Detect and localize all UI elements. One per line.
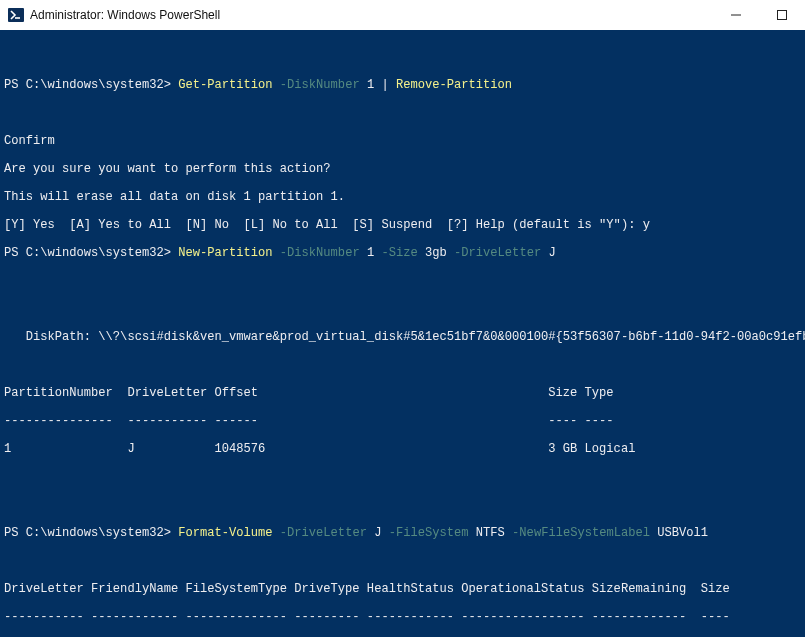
- param: -Size: [381, 246, 417, 260]
- disk-path-1: DiskPath: \\?\scsi#disk&ven_vmware&prod_…: [4, 330, 801, 344]
- prompt: PS C:\windows\system32>: [4, 246, 171, 260]
- blank-line: [4, 106, 801, 120]
- table-header: PartitionNumber DriveLetter Offset Size …: [4, 386, 801, 400]
- param: -DiskNumber: [280, 246, 360, 260]
- confirm-detail: This will erase all data on disk 1 parti…: [4, 190, 801, 204]
- confirm-title: Confirm: [4, 134, 801, 148]
- cmd-new-partition-1: PS C:\windows\system32> New-Partition -D…: [4, 246, 801, 260]
- table-sep: --------------- ----------- ------ ---- …: [4, 414, 801, 428]
- blank-line: [4, 470, 801, 484]
- powershell-icon: [8, 7, 24, 23]
- table-row: 1 J 1048576 3 GB Logical: [4, 442, 801, 456]
- blank-line: [4, 274, 801, 288]
- cmdlet: Get-Partition: [178, 78, 272, 92]
- blank-line: [4, 50, 801, 64]
- cmd-format-volume-1: PS C:\windows\system32> Format-Volume -D…: [4, 526, 801, 540]
- param: -DriveLetter: [280, 526, 367, 540]
- window-title: Administrator: Windows PowerShell: [30, 8, 220, 22]
- pipe: |: [381, 78, 388, 92]
- param: -DiskNumber: [280, 78, 360, 92]
- titlebar[interactable]: Administrator: Windows PowerShell: [0, 0, 805, 30]
- param: -NewFileSystemLabel: [512, 526, 650, 540]
- arg: NTFS: [476, 526, 505, 540]
- blank-line: [4, 302, 801, 316]
- cmdlet: New-Partition: [178, 246, 272, 260]
- confirm-msg: Are you sure you want to perform this ac…: [4, 162, 801, 176]
- param: -FileSystem: [389, 526, 469, 540]
- cmdlet: Format-Volume: [178, 526, 272, 540]
- table-header: DriveLetter FriendlyName FileSystemType …: [4, 582, 801, 596]
- blank-line: [4, 554, 801, 568]
- param: -DriveLetter: [454, 246, 541, 260]
- cmd-remove-partition: PS C:\windows\system32> Get-Partition -D…: [4, 78, 801, 92]
- svg-rect-2: [778, 11, 787, 20]
- minimize-button[interactable]: [713, 0, 759, 30]
- confirm-choices: [Y] Yes [A] Yes to All [N] No [L] No to …: [4, 218, 801, 232]
- maximize-button[interactable]: [759, 0, 805, 30]
- blank-line: [4, 358, 801, 372]
- cmdlet: Remove-Partition: [396, 78, 512, 92]
- prompt: PS C:\windows\system32>: [4, 526, 171, 540]
- arg: USBVol1: [657, 526, 708, 540]
- terminal-output[interactable]: PS C:\windows\system32> Get-Partition -D…: [0, 30, 805, 637]
- arg: 3gb: [425, 246, 447, 260]
- blank-line: [4, 498, 801, 512]
- prompt: PS C:\windows\system32>: [4, 78, 171, 92]
- arg: J: [548, 246, 555, 260]
- table-sep: ----------- ------------ -------------- …: [4, 610, 801, 624]
